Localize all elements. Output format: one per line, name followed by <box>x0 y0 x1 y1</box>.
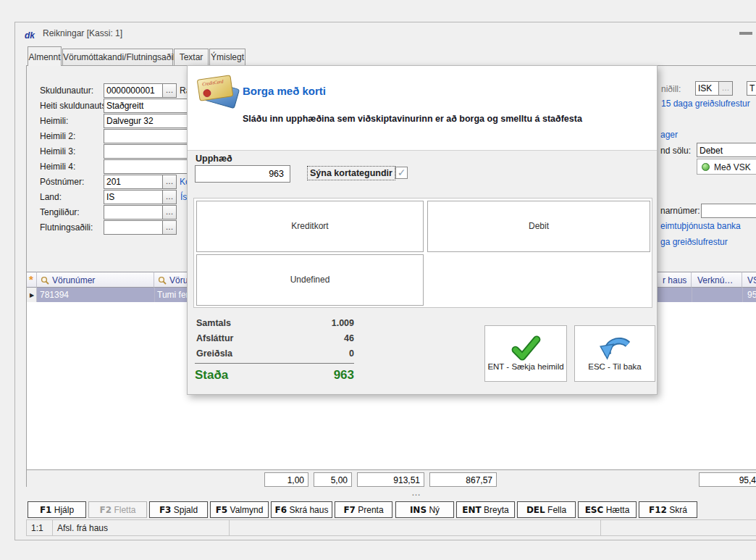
sale-basis-dropdown[interactable]: Debet <box>697 143 756 157</box>
flutningsadili-browse-button[interactable]: … <box>163 220 177 235</box>
order-number-label-fragment: narnúmer: <box>660 206 700 216</box>
show-card-types-checkbox[interactable]: ✓ <box>395 167 408 179</box>
heimili-input[interactable] <box>104 114 198 128</box>
heimili3-input[interactable] <box>104 144 198 159</box>
postnumer-input[interactable] <box>104 175 163 189</box>
grid-config-star-icon[interactable]: * <box>27 272 37 288</box>
heiti-input[interactable] <box>104 99 198 113</box>
currency-label-fragment: niðill: <box>661 84 681 94</box>
flutningsadili-input[interactable] <box>104 220 163 235</box>
f1-hjalp-button[interactable]: F1 Hjálp <box>28 501 86 518</box>
f6-skra-haus-button[interactable]: F6 Skrá haus <box>271 501 332 518</box>
f7-prenta-button[interactable]: F7 Prenta <box>335 501 392 518</box>
status-cell-empty <box>600 519 756 536</box>
f5-valmynd-button[interactable]: F5 Valmynd <box>210 501 269 518</box>
esc-haetta-button[interactable]: ESC Hætta <box>578 501 637 518</box>
field-label: Heimili 3: <box>40 146 75 156</box>
stock-link-fragment[interactable]: ager <box>660 130 678 140</box>
land-browse-button[interactable]: … <box>163 190 177 204</box>
cancel-button-label: ESC - Til baka <box>575 362 655 371</box>
tengilidur-browse-button[interactable]: … <box>163 205 177 220</box>
dialog-instruction: Sláðu inn upphæðina sem viðskiptavinurin… <box>243 114 582 124</box>
order-number-input[interactable] <box>701 204 756 218</box>
field-label: Tengiliður: <box>40 207 80 217</box>
land-input[interactable] <box>104 190 163 204</box>
currency-browse-button[interactable]: … <box>719 81 733 96</box>
currency-input[interactable] <box>695 81 719 96</box>
summary-label: Samtals <box>196 318 231 328</box>
pay-with-card-dialog: CreditCard Borga með korti Sláðu inn upp… <box>187 65 658 395</box>
card-type-debit-button[interactable]: Debit <box>427 201 650 252</box>
total-vsk: 95,4 <box>699 472 756 487</box>
field-label: Heimili 4: <box>40 162 75 172</box>
status-position: 1:1 <box>26 519 53 536</box>
summary-value: 46 <box>274 333 354 343</box>
tab-textar[interactable]: Textar <box>174 49 209 65</box>
show-card-types-label: Sýna kortategundir <box>307 166 395 180</box>
app-logo-icon: dk <box>25 28 35 41</box>
splitter-grip[interactable]: … <box>406 487 427 498</box>
tab-ymislegt[interactable]: Ýmislegt <box>209 49 245 65</box>
amount-label: Upphæð <box>196 154 232 164</box>
desktop: dk Reikningar [Kassi: 1] Almennt Vörumót… <box>0 0 756 560</box>
f12-skra-button[interactable]: F12 Skrá <box>639 501 697 518</box>
total-amount: 913,51 <box>357 472 424 487</box>
tab-almennt[interactable]: Almennt <box>28 46 62 66</box>
sale-basis-label-fragment: nd sölu: <box>660 146 691 156</box>
tengilidur-input[interactable] <box>104 205 163 220</box>
vat-option-label: Með VSK <box>714 162 751 172</box>
status-message: Afsl. frá haus <box>52 519 230 536</box>
magnifier-icon <box>41 276 49 285</box>
column-header-vorunumer[interactable]: Vörunúmer <box>37 272 154 288</box>
field-label: Heimili: <box>40 116 68 126</box>
summary-label: Afsláttur <box>196 333 233 343</box>
bank-collection-link[interactable]: eimtuþjónusta banka <box>660 221 741 231</box>
heimili2-input[interactable] <box>104 129 198 143</box>
field-label: Flutningsaðili: <box>40 222 93 233</box>
column-header-verknumer[interactable]: Verknú… <box>692 272 742 288</box>
minimize-button[interactable] <box>739 32 752 35</box>
ent-breyta-button[interactable]: ENT Breyta <box>456 501 515 518</box>
cell-vsk: 95,4 <box>747 290 756 300</box>
field-label: Skuldunautur: <box>40 85 93 96</box>
column-header-vsk[interactable]: VSK <box>742 272 756 288</box>
status-cell-empty <box>229 519 601 536</box>
field-label: Heiti skuldunauts: <box>40 101 109 111</box>
skuldunautur-browse-button[interactable]: … <box>163 83 177 98</box>
window-title: Reikningar [Kassi: 1] <box>43 28 122 38</box>
corner-field-fragment[interactable] <box>747 81 756 96</box>
row-selector-marker[interactable]: ▶ <box>27 288 37 302</box>
del-fella-button[interactable]: DEL Fella <box>517 501 576 518</box>
card-type-kreditkort-button[interactable]: Kreditkort <box>196 201 424 252</box>
terms2-link-fragment[interactable]: ga greiðslufrestur <box>660 237 728 247</box>
confirm-button-label: ENT - Sækja heimild <box>485 362 566 371</box>
f2-fletta-button[interactable]: F2 Fletta <box>88 501 147 518</box>
total-units: 5,00 <box>314 472 352 487</box>
vat-option-box[interactable]: Með VSK <box>697 159 756 175</box>
cancel-back-button[interactable]: ESC - Til baka <box>574 325 655 382</box>
balance-value: 963 <box>274 368 354 383</box>
payment-terms-link[interactable]: 15 daga greiðslufrestur <box>661 99 750 109</box>
confirm-authorization-button[interactable]: ENT - Sækja heimild <box>484 325 567 382</box>
magnifier-icon <box>158 276 167 285</box>
green-check-icon <box>510 335 542 361</box>
postnumer-browse-button[interactable]: … <box>163 175 177 189</box>
total-net: 867,57 <box>429 472 497 487</box>
summary-divider <box>195 363 354 364</box>
dialog-header: CreditCard Borga með korti Sláðu inn upp… <box>188 66 657 151</box>
amount-input[interactable] <box>195 165 290 183</box>
cell-divider <box>742 288 743 302</box>
skuldunautur-input[interactable] <box>104 83 163 98</box>
heimili4-input[interactable] <box>104 159 198 174</box>
tab-vorumottakandi[interactable]: Vörumóttakandi/Flutningsaðili <box>62 49 173 65</box>
total-quantity: 1,00 <box>264 472 308 487</box>
cell-divider <box>154 288 155 302</box>
dialog-title: Borga með korti <box>243 85 326 97</box>
vat-radio-icon <box>702 163 710 171</box>
ins-ny-button[interactable]: INS Ný <box>395 501 454 518</box>
f3-spjald-button[interactable]: F3 Spjald <box>149 501 208 518</box>
card-type-panel: Kreditkort Debit Undefined <box>193 198 652 308</box>
balance-label: Staða <box>195 368 228 383</box>
field-label: Póstnúmer: <box>40 177 84 187</box>
card-type-undefined-button[interactable]: Undefined <box>196 254 424 306</box>
